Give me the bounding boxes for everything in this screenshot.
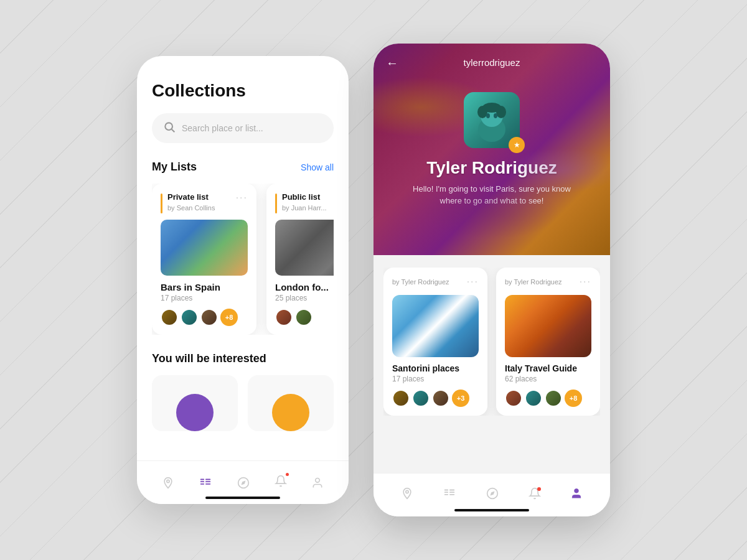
accent-bar — [161, 194, 162, 213]
interested-circle-purple — [176, 394, 214, 431]
svg-point-16 — [486, 113, 490, 118]
accent-bar-2 — [275, 194, 277, 213]
card-author: by Sean Collins — [167, 204, 215, 212]
svg-point-15 — [482, 103, 501, 113]
italy-avatars: +8 — [505, 390, 591, 407]
by-author-2: by Tyler Rodriguez — [505, 278, 562, 286]
sant-av2 — [412, 390, 430, 407]
card-places-count: 17 places — [161, 294, 248, 302]
card-more-1[interactable]: ··· — [467, 276, 479, 287]
italy-av3 — [545, 390, 562, 407]
sant-count: +3 — [452, 390, 469, 407]
santorini-image — [392, 295, 479, 357]
avatar-4 — [275, 309, 293, 326]
search-placeholder: Search place or list... — [182, 123, 263, 133]
avatar-5 — [295, 309, 312, 326]
card-more-button[interactable]: ··· — [236, 192, 248, 203]
pnav-profile[interactable] — [570, 487, 583, 503]
pnav-notifications[interactable] — [529, 487, 541, 503]
italy-av1 — [505, 390, 522, 407]
card-type: Private list — [167, 192, 215, 203]
profile-header: ← tylerrodriguez — [374, 44, 610, 255]
nav-location[interactable] — [162, 477, 174, 489]
card-more-2[interactable]: ··· — [580, 276, 591, 287]
card-title-wrap: Private list by Sean Collins — [161, 192, 215, 213]
nav-notifications[interactable] — [275, 475, 287, 490]
star-badge: ★ — [509, 137, 525, 153]
collection-card-italy[interactable]: by Tyler Rodriguez ··· Italy Travel Guid… — [496, 268, 600, 416]
card-title-wrap-2: Public list by Juan Harr... — [275, 192, 327, 213]
italy-av2 — [525, 390, 542, 407]
screens-container: Collections Search place or list... My L… — [137, 44, 610, 516]
svg-rect-2 — [200, 478, 204, 480]
svg-rect-6 — [205, 481, 210, 482]
svg-rect-4 — [200, 483, 204, 484]
bottom-nav-right — [374, 473, 610, 516]
nav-lists[interactable] — [199, 476, 212, 490]
card-places-count-2: 25 places — [275, 294, 334, 302]
svg-rect-22 — [449, 492, 454, 493]
home-bar-right — [454, 509, 529, 511]
nav-explore[interactable] — [237, 477, 250, 489]
card-type-2: Public list — [282, 192, 327, 203]
avatars-row: +8 — [161, 309, 248, 326]
london-image — [275, 220, 334, 276]
avatar-3 — [200, 309, 218, 326]
italy-image — [505, 295, 591, 357]
interested-card-2[interactable] — [248, 375, 334, 431]
interested-cards — [152, 375, 334, 431]
card-header: Private list by Sean Collins ··· — [161, 192, 248, 213]
svg-point-10 — [316, 478, 320, 482]
phone-left: Collections Search place or list... My L… — [137, 56, 349, 504]
coll-card-header-2: by Tyler Rodriguez ··· — [505, 276, 591, 287]
svg-line-1 — [172, 129, 175, 133]
back-button[interactable]: ← — [386, 56, 398, 70]
list-card-london[interactable]: Public list by Juan Harr... ··· London f… — [266, 184, 334, 335]
svg-rect-23 — [449, 494, 454, 495]
interested-card-1[interactable] — [152, 375, 238, 431]
card-author-2: by Juan Harr... — [282, 204, 327, 212]
svg-rect-19 — [444, 492, 448, 493]
svg-rect-21 — [449, 490, 454, 491]
collections-title: Collections — [152, 81, 334, 101]
svg-point-26 — [575, 489, 579, 493]
show-all-button[interactable]: Show all — [301, 162, 334, 172]
pnav-lists[interactable] — [443, 487, 456, 503]
list-card-spain[interactable]: Private list by Sean Collins ··· Bars in… — [152, 184, 256, 335]
collection-card-santorini[interactable]: by Tyler Rodriguez ··· Santorini places … — [383, 268, 487, 416]
avatars-row-2 — [275, 309, 334, 326]
search-bar[interactable]: Search place or list... — [152, 113, 334, 143]
svg-rect-20 — [444, 494, 448, 495]
santorini-avatars: +3 — [392, 390, 479, 407]
svg-rect-18 — [444, 490, 448, 491]
santorini-name: Santorini places — [392, 363, 479, 373]
sant-av1 — [392, 390, 410, 407]
coll-card-header-1: by Tyler Rodriguez ··· — [392, 276, 479, 287]
profile-name: Tyler Rodriguez — [426, 158, 557, 178]
lists-scroll: Private list by Sean Collins ··· Bars in… — [152, 184, 334, 335]
svg-rect-5 — [205, 478, 210, 480]
profile-avatar-wrap: ★ — [464, 92, 520, 148]
profile-bio: Hello! I'm going to visit Paris, sure yo… — [411, 183, 573, 207]
svg-marker-9 — [241, 480, 245, 485]
sant-av3 — [432, 390, 449, 407]
by-author-1: by Tyler Rodriguez — [392, 278, 449, 286]
pnav-notification-dot — [537, 487, 541, 491]
svg-rect-3 — [200, 481, 204, 482]
home-bar-left — [205, 497, 280, 499]
avatar-2 — [181, 309, 198, 326]
my-lists-title: My Lists — [152, 161, 197, 174]
spain-image — [161, 220, 248, 276]
avatar-1 — [161, 309, 178, 326]
pnav-location[interactable] — [401, 487, 413, 503]
interested-title: You will be interested — [152, 352, 334, 365]
svg-marker-25 — [490, 491, 494, 495]
collection-cards-row: by Tyler Rodriguez ··· Santorini places … — [383, 268, 600, 416]
card-title-block-2: Public list by Juan Harr... — [282, 192, 327, 212]
nav-profile[interactable] — [311, 477, 324, 489]
card-header-2: Public list by Juan Harr... ··· — [275, 192, 334, 213]
santorini-places: 17 places — [392, 375, 479, 383]
phone-right: ← tylerrodriguez — [374, 44, 610, 516]
italy-count: +8 — [565, 390, 582, 407]
pnav-explore[interactable] — [486, 487, 499, 503]
